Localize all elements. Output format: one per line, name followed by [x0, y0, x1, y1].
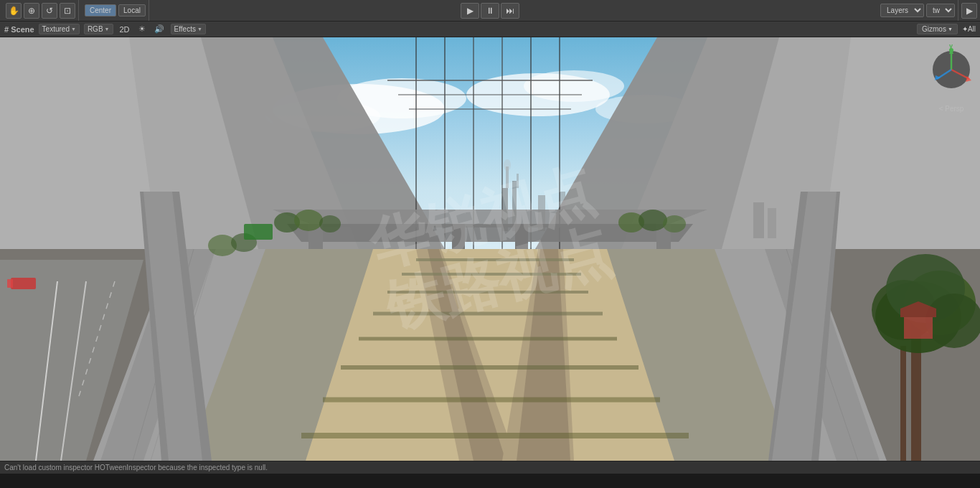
play-button[interactable]: ▶ [461, 3, 479, 19]
2d-button[interactable]: 2D [118, 24, 132, 34]
svg-rect-94 [904, 317, 933, 339]
scene-toolbar: # Scene Textured RGB 2D ☀ 🔊 Effects Gizm… [0, 22, 980, 37]
scene-label: # Scene [4, 25, 34, 34]
svg-point-86 [663, 215, 686, 233]
svg-rect-14 [517, 174, 519, 188]
rgb-dropdown[interactable]: RGB [84, 24, 113, 34]
svg-rect-80 [515, 224, 528, 249]
scene-view[interactable]: 华锐视点 铁路视点 y < Persp [0, 37, 980, 461]
all-button[interactable]: ✦All [962, 25, 976, 33]
svg-rect-96 [11, 278, 36, 289]
svg-point-83 [319, 215, 341, 233]
axes-gizmo[interactable]: y < Persp [930, 44, 973, 113]
status-text: Can't load custom inspector HOTweenInspe… [4, 464, 268, 471]
svg-point-85 [639, 210, 667, 231]
collapse-right-button[interactable]: ▶ [961, 3, 977, 19]
step-button[interactable]: ⏭ [501, 3, 519, 19]
top-toolbar: ✋ ⊕ ↺ ⊡ Center Local ▶ ⏸ ⏭ Layers tw ▶ [0, 0, 980, 22]
layers-select[interactable]: Layers [880, 4, 924, 17]
local-button[interactable]: Local [118, 4, 146, 17]
tool-group-pivot: Center Local [82, 0, 149, 21]
gizmos-button[interactable]: Gizmos [917, 24, 958, 34]
refresh-button[interactable]: ↺ [42, 3, 57, 19]
svg-point-5 [524, 70, 624, 102]
hand-tool-button[interactable]: ✋ [6, 3, 22, 19]
scene-svg [0, 37, 980, 461]
svg-rect-88 [900, 346, 906, 461]
status-bar: Can't load custom inspector HOTweenInspe… [0, 461, 980, 474]
pause-button[interactable]: ⏸ [481, 3, 499, 19]
svg-point-82 [294, 210, 323, 231]
svg-rect-97 [7, 279, 13, 288]
audio-button[interactable]: 🔊 [152, 24, 166, 34]
svg-rect-79 [452, 224, 465, 249]
persp-label: < Persp [930, 105, 973, 113]
center-button[interactable]: Center [85, 4, 116, 17]
tool-group-hand: ✋ ⊕ ↺ ⊡ [3, 0, 79, 21]
axes-gizmo-svg: y [930, 44, 973, 102]
textured-dropdown[interactable]: Textured [39, 24, 80, 34]
layout-select[interactable]: tw [926, 4, 955, 17]
play-controls: ▶ ⏸ ⏭ [461, 3, 519, 19]
svg-rect-102 [768, 208, 776, 238]
svg-text:y: y [949, 44, 953, 50]
svg-rect-101 [753, 202, 764, 238]
layers-group: Layers tw [877, 0, 958, 21]
sun-button[interactable]: ☀ [136, 24, 148, 34]
effects-dropdown[interactable]: Effects [171, 24, 206, 34]
svg-rect-100 [244, 224, 273, 240]
move-tool-button[interactable]: ⊕ [24, 3, 39, 19]
svg-point-13 [504, 159, 511, 171]
maximize-button[interactable]: ⊡ [60, 3, 75, 19]
